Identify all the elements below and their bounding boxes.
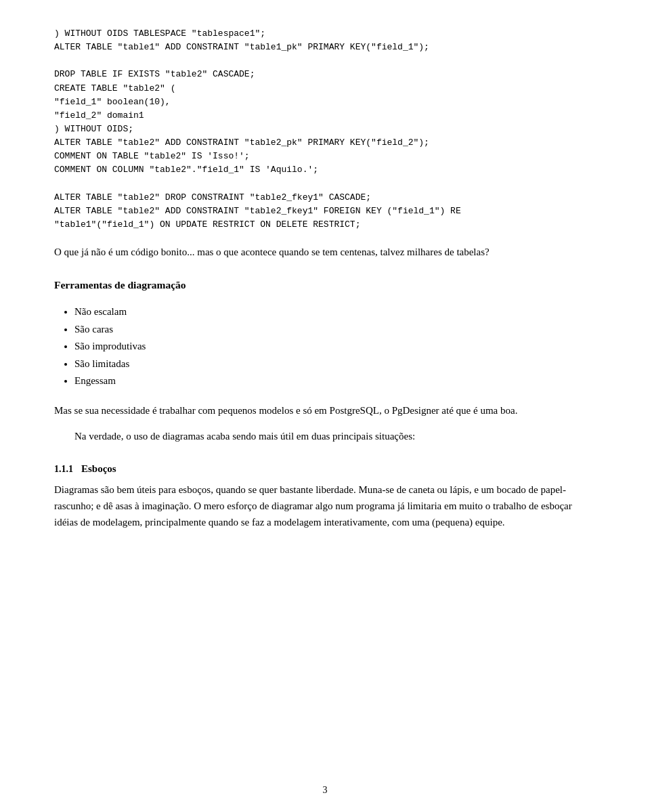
list-item: São limitadas [74,356,596,373]
page-number: 3 [323,785,328,795]
list-item: São improdutivas [74,338,596,356]
prose-transition: O que já não é um código bonito... mas o… [54,244,596,260]
prose-esbocos: Diagramas são bem úteis para esboços, qu… [54,482,596,530]
list-item: Não escalam [74,303,596,321]
subsection-number: 1.1.1 [54,464,73,475]
page: ) WITHOUT OIDS TABLESPACE "tablespace1";… [0,0,650,812]
prose-situations: Na verdade, o uso de diagramas acaba sen… [54,428,596,444]
subsection-title: Esboços [81,463,116,475]
list-item: São caras [74,321,596,339]
prose-pgdesigner: Mas se sua necessidade é trabalhar com p… [54,402,596,419]
subsection-heading: 1.1.1 Esboços [54,463,596,475]
page-footer: 3 [0,785,650,796]
code-block: ) WITHOUT OIDS TABLESPACE "tablespace1";… [54,27,596,232]
section-heading: Ferramentas de diagramação [54,279,596,291]
list-item: Engessam [74,372,596,390]
bullet-list: Não escalam São caras São improdutivas S… [74,303,596,390]
